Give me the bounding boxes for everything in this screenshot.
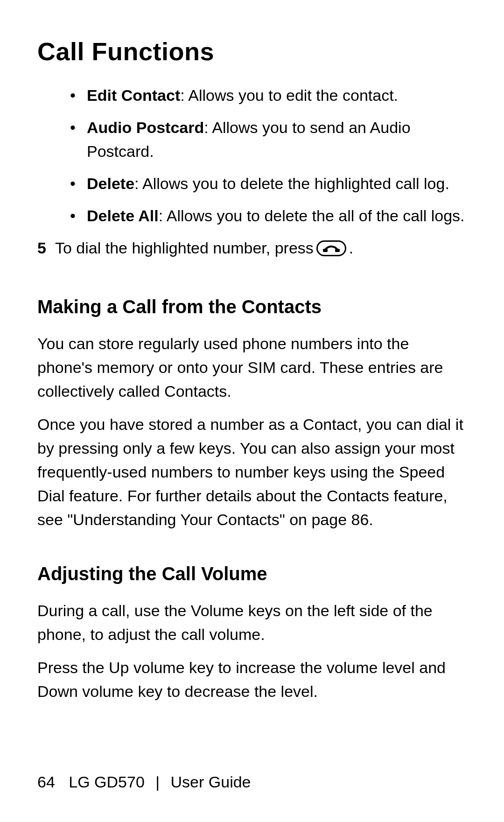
desc: : Allows you to delete the all of the ca… (159, 207, 465, 225)
section-adjusting-volume: Adjusting the Call Volume During a call,… (37, 560, 467, 703)
desc: : Allows you to delete the highlighted c… (134, 175, 449, 192)
step-text: To dial the highlighted number, press . (55, 236, 353, 260)
paragraph: Press the Up volume key to increase the … (37, 656, 467, 703)
svg-rect-0 (317, 241, 345, 255)
term: Audio Postcard (87, 119, 204, 136)
step-after: . (349, 236, 353, 260)
text: " on page 86. (280, 511, 373, 528)
paragraph: Once you have stored a number as a Conta… (37, 413, 467, 532)
section-making-call: Making a Call from the Contacts You can … (37, 293, 467, 532)
paragraph: During a call, use the Volume keys on th… (37, 599, 467, 646)
list-item: Audio Postcard: Allows you to send an Au… (70, 116, 467, 163)
page-footer: 64 LG GD570 | User Guide (37, 770, 251, 794)
term: Delete All (87, 207, 159, 225)
guide-label: User Guide (171, 773, 251, 791)
svg-rect-2 (335, 249, 340, 252)
feature-list: Edit Contact: Allows you to edit the con… (37, 84, 467, 228)
list-item: Edit Contact: Allows you to edit the con… (70, 84, 467, 107)
model-name: LG GD570 (69, 773, 145, 791)
call-key-icon (316, 240, 346, 256)
desc: : Allows you to edit the contact. (180, 86, 398, 104)
term: Edit Contact (87, 86, 180, 104)
separator: | (155, 773, 160, 791)
section-heading: Adjusting the Call Volume (37, 560, 467, 588)
cross-reference: Understanding Your Contacts (73, 511, 279, 528)
section-heading: Making a Call from the Contacts (37, 293, 467, 321)
manual-page: Call Functions Edit Contact: Allows you … (0, 0, 504, 822)
step-5: 5 To dial the highlighted number, press … (37, 236, 467, 260)
list-item: Delete All: Allows you to delete the all… (70, 204, 467, 228)
list-item: Delete: Allows you to delete the highlig… (70, 172, 467, 196)
step-before: To dial the highlighted number, press (55, 236, 314, 260)
svg-rect-1 (323, 249, 328, 252)
page-title: Call Functions (37, 33, 467, 70)
page-number: 64 (37, 773, 55, 791)
step-number: 5 (37, 236, 52, 260)
term: Delete (87, 175, 134, 192)
paragraph: You can store regularly used phone numbe… (37, 332, 467, 403)
